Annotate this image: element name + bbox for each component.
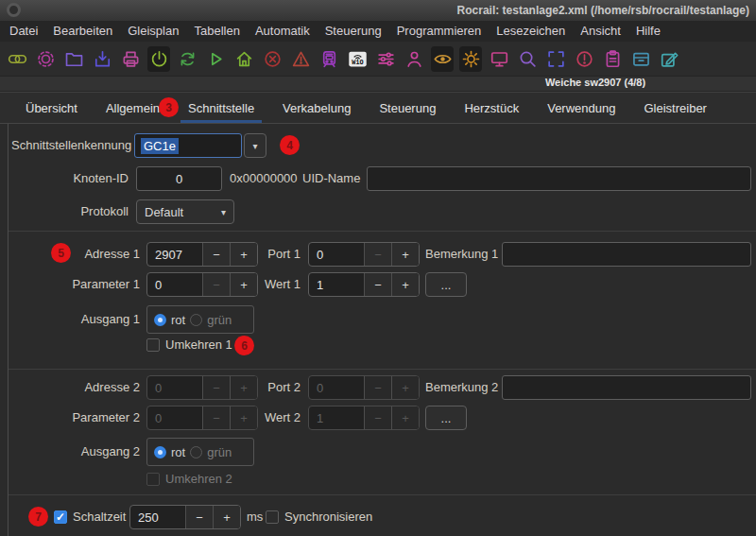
train-icon[interactable] xyxy=(318,46,340,72)
open-folder-icon[interactable] xyxy=(62,46,85,72)
search-icon[interactable] xyxy=(516,46,539,72)
synchronize-checkbox[interactable] xyxy=(266,510,279,524)
stop-icon[interactable] xyxy=(261,46,284,72)
uid-name-label: UID-Name xyxy=(302,166,360,191)
tab-gleistreiber[interactable]: Gleistreiber xyxy=(636,93,713,123)
user-icon[interactable] xyxy=(403,46,425,72)
menu-item-programmieren[interactable]: Programmieren xyxy=(389,21,490,42)
settings-gear-icon[interactable] xyxy=(34,46,57,72)
train-glyph xyxy=(319,49,339,69)
menu-item-steuerung[interactable]: Steuerung xyxy=(318,21,389,42)
wio-label: WiO xyxy=(352,59,363,66)
tab-verkabelung[interactable]: Verkabelung xyxy=(275,93,358,123)
menu-item-lesezeichen[interactable]: Lesezeichen xyxy=(489,21,573,42)
param2-spinner: 0 − + xyxy=(146,406,258,430)
expand-icon[interactable] xyxy=(544,46,567,72)
clipboard-icon[interactable] xyxy=(601,46,624,72)
port1-increment-button[interactable]: + xyxy=(391,243,419,266)
menu-item-gleisplan[interactable]: Gleisplan xyxy=(120,21,186,42)
address2-input: 0 xyxy=(147,376,202,399)
output2-green-label: grün xyxy=(207,445,232,459)
invert1-label: Umkehren 1 xyxy=(165,333,232,357)
tab-uebersicht[interactable]: Übersicht xyxy=(18,93,85,123)
switchtime-increment-button[interactable]: + xyxy=(213,506,240,528)
edit-icon[interactable] xyxy=(658,46,680,72)
param1-input[interactable]: 0 xyxy=(147,273,202,296)
output2-green-radio[interactable] xyxy=(190,446,202,458)
stop-glyph xyxy=(263,49,283,69)
uid-name-input[interactable] xyxy=(367,166,751,191)
tab-schnittstelle[interactable]: Schnittstelle xyxy=(180,93,262,123)
value2-label: Wert 2 xyxy=(261,406,301,430)
menu-item-bearbeiten[interactable]: Bearbeiten xyxy=(45,21,120,42)
interface-id-value: GC1e xyxy=(141,138,179,154)
param1-spinner[interactable]: 0 − + xyxy=(146,272,258,297)
address1-decrement-button[interactable]: − xyxy=(202,243,230,266)
value1-increment-button[interactable]: + xyxy=(391,273,419,296)
menu-item-hilfe[interactable]: Hilfe xyxy=(628,21,668,42)
monitor-icon[interactable] xyxy=(488,46,510,72)
switchtime-checkbox[interactable] xyxy=(54,510,67,524)
switchtime-input[interactable]: 250 xyxy=(130,506,185,528)
power-icon[interactable] xyxy=(147,46,170,72)
archive-icon[interactable] xyxy=(629,46,652,72)
refresh-icon[interactable] xyxy=(176,46,198,72)
menu-item-ansicht[interactable]: Ansicht xyxy=(573,21,628,42)
address1-input[interactable]: 2907 xyxy=(147,243,202,266)
annotation-badge-3: 3 xyxy=(159,97,179,117)
home-glyph xyxy=(234,49,254,69)
section-separator xyxy=(9,494,756,495)
param1-increment-button[interactable]: + xyxy=(230,273,257,296)
save-icon[interactable] xyxy=(91,46,113,72)
remark1-input[interactable] xyxy=(502,242,751,267)
interface-id-dropdown-button[interactable]: ▾ xyxy=(244,133,266,158)
output1-radiogroup: rot grün xyxy=(146,305,254,334)
annotation-badge-6: 6 xyxy=(234,336,254,355)
tab-herzstueck[interactable]: Herzstück xyxy=(456,93,526,123)
value2-decrement-button: − xyxy=(364,406,391,429)
value2-choose-button[interactable]: ... xyxy=(425,406,467,430)
port2-spinner: 0 − + xyxy=(308,375,420,400)
info-icon[interactable] xyxy=(573,46,595,72)
output2-red-radio[interactable] xyxy=(154,446,166,458)
port1-spinner[interactable]: 0 − + xyxy=(308,242,420,267)
sliders-icon[interactable] xyxy=(374,46,397,72)
param1-decrement-button[interactable]: − xyxy=(202,273,230,296)
address1-increment-button[interactable]: + xyxy=(230,243,257,266)
wio-icon[interactable]: WiO xyxy=(346,46,369,72)
value1-spinner[interactable]: 1 − + xyxy=(308,272,420,297)
section-separator xyxy=(9,369,756,370)
output1-green-radio[interactable] xyxy=(190,314,202,326)
address1-spinner[interactable]: 2907 − + xyxy=(146,242,258,267)
value1-choose-button[interactable]: ... xyxy=(425,272,467,297)
rocrail-window: Rocrail: testanlage2.xml (/home/rsb/rocr… xyxy=(0,0,756,536)
value1-decrement-button[interactable]: − xyxy=(364,273,391,296)
brightness-icon[interactable] xyxy=(459,46,482,72)
output1-red-radio[interactable] xyxy=(154,314,166,326)
warning-icon[interactable] xyxy=(289,46,312,72)
value2-increment-button: + xyxy=(391,406,419,429)
remark2-input[interactable] xyxy=(502,375,751,400)
port1-decrement-button[interactable]: − xyxy=(364,243,391,266)
menu-item-datei[interactable]: Datei xyxy=(2,21,45,42)
link-icon[interactable] xyxy=(6,46,28,72)
play-icon[interactable] xyxy=(204,46,227,72)
menu-item-tabellen[interactable]: Tabellen xyxy=(186,21,247,42)
interface-id-combobox[interactable]: GC1e xyxy=(134,133,242,158)
home-icon[interactable] xyxy=(232,46,255,72)
print-icon[interactable] xyxy=(119,46,142,72)
protocol-select[interactable]: Default ▾ xyxy=(136,199,234,224)
port1-input[interactable]: 0 xyxy=(309,243,364,266)
value1-input[interactable]: 1 xyxy=(309,273,364,296)
switchtime-decrement-button[interactable]: − xyxy=(185,506,213,528)
tab-allgemein-label: Allgemein xyxy=(106,101,160,115)
folder-glyph xyxy=(64,49,84,69)
tab-verwendung[interactable]: Verwendung xyxy=(540,93,623,123)
node-id-input[interactable] xyxy=(136,166,222,191)
eye-icon[interactable] xyxy=(431,46,454,72)
invert1-checkbox[interactable] xyxy=(146,338,160,352)
tab-allgemein[interactable]: Allgemein3 xyxy=(98,93,167,123)
menu-item-automatik[interactable]: Automatik xyxy=(248,21,318,42)
tab-steuerung[interactable]: Steuerung xyxy=(371,93,443,123)
switchtime-spinner[interactable]: 250 − + xyxy=(129,505,241,529)
